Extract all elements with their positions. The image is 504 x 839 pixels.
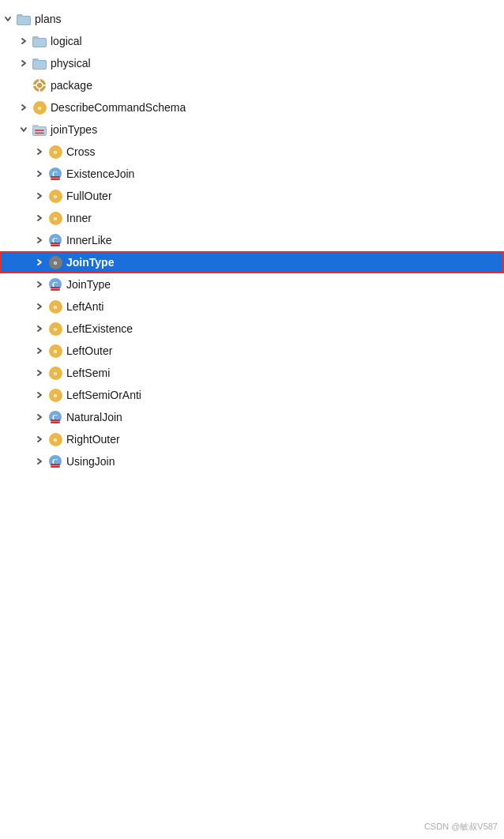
tree-item-NaturalJoin[interactable]: C NaturalJoin — [0, 406, 504, 428]
item-label: LeftExistence — [66, 322, 133, 335]
svg-rect-39 — [51, 466, 60, 468]
tree-item-Inner[interactable]: o Inner — [0, 207, 504, 229]
tree-item-FullOuter[interactable]: o FullOuter — [0, 185, 504, 207]
svg-rect-2 — [17, 17, 30, 24]
svg-rect-19 — [35, 133, 44, 134]
item-label: logical — [51, 35, 82, 47]
chevron-icon[interactable] — [32, 369, 47, 377]
chevron-icon[interactable] — [32, 413, 47, 421]
chevron-icon[interactable] — [16, 103, 32, 111]
svg-rect-5 — [33, 39, 46, 47]
chevron-icon[interactable] — [32, 303, 47, 310]
item-label: LeftAnti — [66, 300, 103, 313]
chevron-icon[interactable] — [32, 435, 47, 443]
item-label: package — [51, 79, 92, 92]
item-label: ExistenceJoin — [66, 167, 134, 180]
chevron-icon[interactable] — [16, 59, 32, 67]
tree-item-physical[interactable]: physical — [0, 52, 504, 74]
item-label: JoinType — [66, 278, 111, 291]
chevron-icon[interactable] — [32, 391, 47, 399]
svg-rect-30 — [51, 287, 60, 288]
svg-rect-18 — [35, 130, 44, 131]
tree-item-LeftSemiOrAnti[interactable]: o LeftSemiOrAnti — [0, 384, 504, 406]
item-label: RightOuter — [66, 433, 120, 446]
svg-rect-23 — [51, 179, 60, 180]
chevron-icon[interactable] — [32, 148, 47, 156]
svg-rect-26 — [51, 243, 60, 244]
tree-item-DescribeCommandSchema[interactable]: o DescribeCommandSchema — [0, 96, 504, 119]
item-label: DescribeCommandSchema — [51, 101, 186, 114]
svg-rect-22 — [51, 176, 60, 178]
item-label: Cross — [66, 145, 96, 158]
chevron-icon[interactable] — [32, 236, 47, 244]
chevron-icon[interactable] — [32, 214, 47, 222]
chevron-icon[interactable] — [20, 122, 28, 137]
item-label: NaturalJoin — [66, 411, 122, 423]
svg-rect-8 — [33, 61, 46, 69]
tree-item-joinTypes[interactable]: joinTypes — [0, 119, 504, 141]
file-tree: plans logical physical — [0, 0, 504, 480]
chevron-icon[interactable] — [32, 192, 47, 200]
svg-rect-38 — [51, 464, 60, 465]
watermark-text: CSDN @敏叔V587 — [424, 821, 498, 833]
chevron-icon[interactable] — [32, 258, 47, 266]
tree-item-package[interactable]: package — [0, 74, 504, 96]
tree-item-logical[interactable]: logical — [0, 30, 504, 52]
tree-item-JoinType2[interactable]: C JoinType — [0, 273, 504, 295]
item-label: physical — [51, 57, 91, 70]
svg-rect-35 — [51, 422, 60, 423]
chevron-icon[interactable] — [32, 280, 47, 288]
item-label: plans — [35, 13, 61, 25]
tree-item-LeftOuter[interactable]: o LeftOuter — [0, 340, 504, 362]
item-label: JoinType — [66, 256, 114, 269]
item-label: joinTypes — [51, 123, 97, 136]
svg-rect-27 — [51, 245, 60, 246]
item-label: InnerLike — [66, 234, 112, 246]
item-label: UsingJoin — [66, 455, 115, 468]
chevron-icon[interactable] — [16, 37, 32, 45]
tree-item-ExistenceJoin[interactable]: C ExistenceJoin — [0, 163, 504, 185]
tree-item-RightOuter[interactable]: o RightOuter — [0, 428, 504, 450]
chevron-icon[interactable] — [32, 347, 47, 355]
item-label: LeftSemiOrAnti — [66, 389, 141, 401]
item-label: Inner — [66, 212, 92, 224]
chevron-icon[interactable] — [32, 457, 47, 465]
svg-rect-31 — [51, 289, 60, 291]
tree-item-UsingJoin[interactable]: C UsingJoin — [0, 450, 504, 472]
tree-item-plans[interactable]: plans — [0, 8, 504, 30]
tree-item-LeftExistence[interactable]: o LeftExistence — [0, 318, 504, 340]
item-label: FullOuter — [66, 190, 112, 202]
svg-rect-34 — [51, 420, 60, 421]
item-label: LeftOuter — [66, 344, 112, 357]
tree-item-InnerLike[interactable]: C InnerLike — [0, 229, 504, 251]
chevron-icon[interactable] — [32, 170, 47, 178]
item-label: LeftSemi — [66, 367, 110, 379]
tree-item-LeftAnti[interactable]: o LeftAnti — [0, 295, 504, 318]
chevron-icon[interactable] — [32, 325, 47, 333]
chevron-icon[interactable] — [4, 11, 12, 27]
tree-item-JoinType-selected[interactable]: o JoinType — [0, 251, 504, 273]
tree-item-LeftSemi[interactable]: o LeftSemi — [0, 362, 504, 384]
tree-item-Cross[interactable]: o Cross — [0, 141, 504, 163]
